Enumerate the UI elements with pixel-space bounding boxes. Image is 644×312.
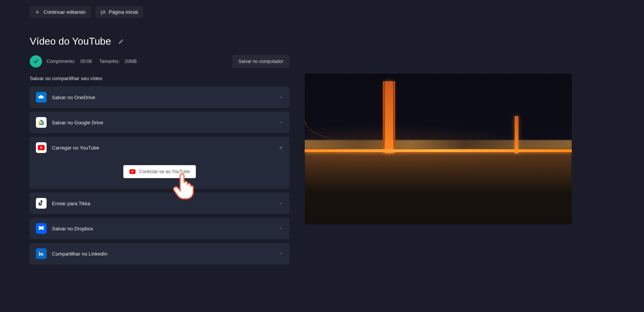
- close-icon[interactable]: [279, 145, 283, 150]
- connect-youtube-label: Conectar-se ao YouTube: [139, 169, 190, 174]
- youtube-icon: [129, 169, 136, 174]
- linkedin-label: Compartilhar no LinkedIn: [52, 251, 279, 257]
- chevron-down-icon: [279, 251, 283, 256]
- continue-editing-button[interactable]: Continuar editando: [30, 6, 91, 18]
- youtube-icon: [36, 142, 47, 153]
- home-label: Página inicial: [109, 9, 138, 15]
- chevron-down-icon: [279, 95, 283, 100]
- share-section-label: Salvar ou compartilhar seu vídeo: [30, 76, 289, 81]
- status-complete-icon: [30, 55, 42, 68]
- tiktok-label: Enviar para Tikka: [52, 201, 279, 206]
- chevron-down-icon: [279, 120, 283, 125]
- googledrive-label: Salvar no Google Drive: [52, 120, 279, 125]
- share-option-youtube[interactable]: Carregar no YouTube Conectar-se ao YouTu…: [30, 137, 289, 189]
- export-options-panel: Vídeo do YouTube Comprimento: 00:08 Tama…: [30, 24, 289, 268]
- edit-icon[interactable]: [118, 39, 124, 45]
- onedrive-icon: [36, 92, 47, 103]
- connect-youtube-button[interactable]: Conectar-se ao YouTube: [123, 165, 196, 178]
- chevron-down-icon: [279, 201, 283, 206]
- dropbox-label: Salvar no Dropbox: [52, 226, 279, 232]
- page-title: Vídeo do YouTube: [30, 35, 111, 47]
- chevron-down-icon: [279, 226, 283, 231]
- arrow-left-icon: [35, 10, 40, 15]
- share-option-onedrive[interactable]: Salvar no OneDrive: [30, 87, 289, 108]
- share-option-tiktok[interactable]: Enviar para Tikka: [30, 193, 289, 214]
- size-label: Tamanho:: [100, 59, 120, 64]
- video-preview[interactable]: [305, 74, 572, 224]
- onedrive-label: Salvar no OneDrive: [52, 95, 279, 100]
- youtube-label: Carregar no YouTube: [52, 145, 279, 151]
- continue-editing-label: Continuar editando: [44, 9, 86, 15]
- length-value: 00:08: [81, 59, 92, 64]
- share-option-googledrive[interactable]: Salvar no Google Drive: [30, 112, 289, 133]
- length-label: Comprimento:: [47, 59, 75, 64]
- video-meta: Comprimento: 00:08 Tamanho: 20MB: [47, 59, 140, 64]
- share-option-linkedin[interactable]: Compartilhar no LinkedIn: [30, 243, 289, 264]
- size-value: 20MB: [125, 59, 137, 64]
- home-button[interactable]: (A Página inicial: [95, 6, 144, 18]
- save-to-computer-button[interactable]: Salvar no computador: [232, 55, 289, 68]
- googledrive-icon: [36, 117, 47, 128]
- home-prefix: (A: [101, 9, 106, 15]
- dropbox-icon: [36, 223, 47, 234]
- linkedin-icon: [36, 248, 47, 259]
- share-option-dropbox[interactable]: Salvar no Dropbox: [30, 218, 289, 239]
- tiktok-icon: [36, 198, 47, 209]
